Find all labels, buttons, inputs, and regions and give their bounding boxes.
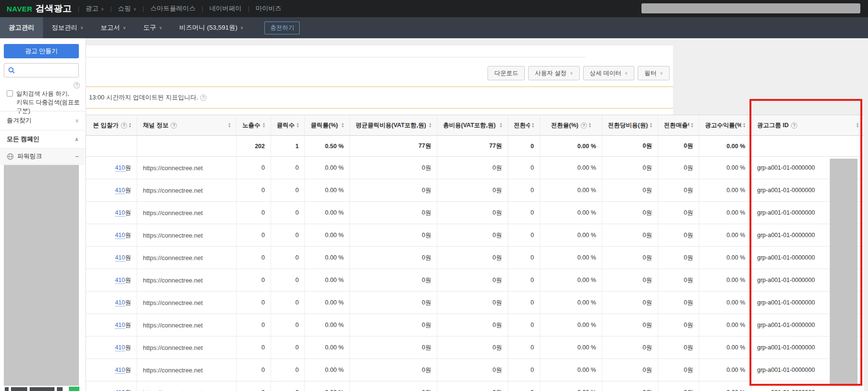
- col-header-conversions[interactable]: 전환수?▴▾: [508, 115, 540, 135]
- cell-cost_per_conv: 0원: [602, 136, 658, 156]
- col-header-bid[interactable]: 본 입찰가?▴▾: [86, 115, 137, 135]
- col-header-impressions[interactable]: 노출수?▴▾: [237, 115, 271, 135]
- cell-clicks: 0: [271, 202, 305, 224]
- table-row: 410원https://connectree.net000.00 %0원0원00…: [86, 337, 864, 359]
- cell-ctr: 0.50 %: [305, 136, 350, 156]
- help-icon[interactable]: ?: [581, 122, 587, 129]
- naver-logo[interactable]: NAVER: [7, 5, 33, 13]
- col-header-cost_per_conv[interactable]: 전환당비용(원)?▴▾: [602, 115, 658, 135]
- bid-suffix: 원: [125, 254, 131, 262]
- sort-icon[interactable]: ▴▾: [297, 122, 299, 128]
- cell-conv_rate: 0.00 %: [540, 269, 602, 291]
- cell-ctr: 0.00 %: [305, 359, 350, 381]
- tab-label: 비즈머니 (53,591원): [179, 23, 238, 32]
- cell-impressions: 0: [237, 202, 271, 224]
- cell-impressions: 0: [237, 224, 271, 246]
- sort-icon[interactable]: ▴▾: [429, 122, 431, 128]
- help-icon[interactable]: ?: [171, 122, 177, 129]
- bid-link[interactable]: 410: [115, 232, 125, 239]
- col-header-conv_revenue[interactable]: 전환매출액?▴▾: [658, 115, 699, 135]
- tab-tools[interactable]: 도구∨: [135, 17, 171, 38]
- spacer: [86, 109, 673, 115]
- cell-channel: https://connectree.net: [137, 292, 237, 314]
- help-icon[interactable]: ?: [74, 82, 80, 88]
- cell-group_id: [751, 136, 864, 156]
- user-settings-button[interactable]: 사용자 설정∨: [528, 66, 580, 80]
- tab-bizmoney[interactable]: 비즈머니 (53,591원)∨: [171, 17, 252, 38]
- tab-report[interactable]: 보고서∨: [92, 17, 135, 38]
- cell-clicks: 0: [271, 359, 305, 381]
- sort-icon[interactable]: ▴▾: [589, 122, 591, 128]
- col-header-label: 전환율(%): [551, 121, 578, 130]
- help-icon[interactable]: ?: [200, 95, 206, 101]
- topnav-item-mybiz[interactable]: 마이비즈: [256, 4, 282, 13]
- bid-link[interactable]: 410: [115, 187, 125, 194]
- table-toolbar: 다운로드 사용자 설정∨ 상세 데이터∨ 필터∨: [86, 66, 670, 80]
- sort-icon[interactable]: ▴▾: [263, 122, 265, 128]
- help-icon[interactable]: ?: [121, 122, 127, 129]
- col-header-channel[interactable]: 채널 정보?▴▾: [137, 115, 237, 135]
- bid-link[interactable]: 410: [115, 322, 125, 329]
- col-header-ctr[interactable]: 클릭률(%)?▴▾: [305, 115, 350, 135]
- sort-icon[interactable]: ▴▾: [691, 122, 693, 128]
- collapse-minus-icon[interactable]: −: [75, 152, 79, 160]
- chevron-down-icon: ∨: [240, 25, 244, 30]
- bid-link[interactable]: 410: [115, 277, 125, 284]
- col-header-conv_rate[interactable]: 전환율(%)?▴▾: [540, 115, 602, 135]
- col-header-group_id[interactable]: 광고그룹 ID?▴▾: [751, 115, 864, 135]
- cell-impressions: 0: [237, 337, 271, 358]
- charge-button[interactable]: 충전하기: [264, 22, 300, 34]
- col-header-roas[interactable]: 광고수익률(%)?▴▾: [699, 115, 751, 135]
- tab-info-management[interactable]: 정보관리∨: [43, 17, 92, 38]
- download-button[interactable]: 다운로드: [488, 66, 525, 80]
- filter-button[interactable]: 필터∨: [638, 66, 670, 80]
- bid-link[interactable]: 410: [115, 389, 125, 391]
- bid-link[interactable]: 410: [115, 209, 125, 217]
- topnav-item-shopping[interactable]: 쇼핑∨: [118, 4, 137, 13]
- cell-roas: 0.00 %: [699, 224, 751, 246]
- topnav-item-naverpay[interactable]: 네이버페이: [209, 4, 242, 13]
- topnav-item-ad[interactable]: 광고∨: [86, 4, 104, 13]
- service-logo[interactable]: 검색광고: [35, 2, 72, 15]
- cell-conv_rate: 0.00 %: [540, 202, 602, 224]
- col-header-total_cost[interactable]: 총비용(VAT포함,원)?▴▾: [437, 115, 508, 135]
- cell-conv_rate: 0.00 %: [540, 337, 602, 358]
- chevron-down-icon: ∨: [75, 118, 79, 124]
- sort-icon[interactable]: ▴▾: [342, 122, 344, 128]
- cell-clicks: 0: [271, 337, 305, 358]
- search-input[interactable]: [18, 67, 75, 74]
- cell-roas: 0.00 %: [699, 157, 751, 179]
- sort-icon[interactable]: ▴▾: [650, 122, 652, 128]
- cell-channel: https://connectree.net: [137, 202, 237, 224]
- bid-suffix: 원: [125, 366, 131, 374]
- detail-data-button[interactable]: 상세 데이터∨: [583, 66, 635, 80]
- sort-icon[interactable]: ▴▾: [129, 122, 131, 128]
- sort-icon[interactable]: ▴▾: [532, 122, 534, 128]
- exact-match-checkbox[interactable]: [7, 90, 13, 97]
- sort-icon[interactable]: ▴▾: [500, 122, 502, 128]
- cell-total_cost: 0원: [437, 224, 508, 246]
- tab-ad-management[interactable]: 광고관리: [0, 17, 43, 38]
- col-header-clicks[interactable]: 클릭수?▴▾: [271, 115, 305, 135]
- campaign-item-powerlink[interactable]: 파워링크 −: [0, 148, 86, 164]
- create-ad-button[interactable]: 광고 만들기: [4, 44, 79, 58]
- sort-icon[interactable]: ▴▾: [228, 122, 230, 128]
- divider: [86, 57, 586, 57]
- cell-ctr: 0.00 %: [305, 247, 350, 269]
- cell-ctr: 0.00 %: [305, 202, 350, 224]
- bid-link[interactable]: 410: [115, 344, 125, 351]
- bid-link[interactable]: 410: [115, 367, 125, 374]
- sidebar-search-box[interactable]: [4, 63, 79, 77]
- sort-icon[interactable]: ▴▾: [857, 122, 858, 128]
- help-icon[interactable]: ?: [791, 122, 797, 129]
- sort-icon[interactable]: ▴▾: [743, 122, 745, 128]
- cell-conversions: 0: [508, 381, 540, 391]
- topnav-item-smartplace[interactable]: 스마트플레이스: [150, 4, 195, 13]
- all-campaigns-section[interactable]: 모든 캠페인 ∧: [0, 130, 86, 148]
- bid-link[interactable]: 410: [115, 164, 125, 172]
- bid-link[interactable]: 410: [115, 299, 125, 306]
- bid-link[interactable]: 410: [115, 254, 125, 261]
- cell-conv_revenue: 0원: [658, 314, 699, 336]
- col-header-avg_cpc[interactable]: 평균클릭비용(VAT포함,원)?▴▾: [350, 115, 437, 135]
- favorites-section[interactable]: 즐겨찾기 ∨: [0, 111, 86, 130]
